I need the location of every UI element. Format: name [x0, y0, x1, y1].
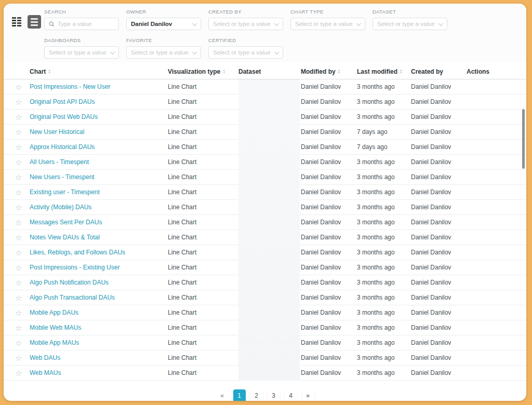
column-header-modified-by[interactable]: Modified by ▲▼: [301, 68, 357, 75]
chart-name-link[interactable]: Messages Sent Per DAUs: [30, 219, 168, 226]
favorite-star-icon[interactable]: ☆: [15, 249, 30, 256]
last-modified-cell: 3 months ago: [357, 98, 411, 105]
favorite-star-icon[interactable]: ☆: [15, 98, 30, 106]
pagination-prev-button[interactable]: «: [216, 389, 229, 401]
filter-favorite-label: FAVORITE: [126, 37, 201, 43]
dataset-select[interactable]: Select or type a value: [373, 18, 447, 30]
favorite-select[interactable]: Select or type a value: [126, 46, 201, 59]
favorite-star-icon[interactable]: ☆: [15, 113, 30, 121]
favorite-star-icon[interactable]: ☆: [15, 143, 30, 151]
chart-name-link[interactable]: Activity (Mobile) DAUs: [30, 204, 168, 211]
visualization-type-cell: Line Chart: [168, 249, 238, 256]
favorite-star-icon[interactable]: ☆: [15, 204, 30, 211]
chart-type-select[interactable]: Select or type a value: [290, 18, 365, 30]
vertical-scrollbar-thumb[interactable]: [522, 109, 525, 169]
favorite-star-icon[interactable]: ☆: [15, 339, 30, 347]
column-header-label: Actions: [467, 68, 489, 75]
owner-select[interactable]: Daniel Danilov: [126, 18, 201, 30]
column-header-last-modified[interactable]: Last modified ▲▼: [357, 68, 411, 75]
chart-name-link[interactable]: Mobile App MAUs: [30, 339, 168, 346]
created-by-cell: Daniel Danilov: [411, 98, 467, 105]
visualization-type-cell: Line Chart: [168, 324, 238, 331]
filter-owner: OWNER Daniel Danilov: [126, 9, 201, 30]
chart-name-link[interactable]: New User Historical: [30, 128, 168, 136]
favorite-star-icon[interactable]: ☆: [15, 173, 30, 181]
card-view-toggle-button[interactable]: [10, 15, 23, 29]
sort-icon: ▲▼: [400, 69, 403, 74]
visualization-type-cell: Line Chart: [168, 143, 238, 151]
favorite-star-icon[interactable]: ☆: [15, 128, 30, 136]
last-modified-cell: 3 months ago: [357, 173, 411, 181]
modified-by-cell: Daniel Danilov: [301, 309, 357, 316]
list-view-toggle-button[interactable]: [28, 15, 41, 29]
favorite-star-icon[interactable]: ☆: [15, 354, 30, 362]
filter-chart-type-label: CHART TYPE: [290, 9, 365, 15]
dashboards-select[interactable]: Select or type a value: [44, 46, 119, 59]
favorite-star-icon[interactable]: ☆: [15, 279, 30, 287]
chevron-down-icon: [356, 21, 362, 26]
created-by-cell: Daniel Danilov: [411, 369, 467, 376]
last-modified-cell: 3 months ago: [357, 158, 411, 166]
modified-by-cell: Daniel Danilov: [301, 249, 357, 256]
favorite-star-icon[interactable]: ☆: [15, 219, 30, 226]
favorite-star-icon[interactable]: ☆: [15, 83, 30, 91]
created-by-select[interactable]: Select or type a value: [208, 18, 283, 30]
pagination-page-button-3[interactable]: 3: [268, 389, 280, 401]
chart-name-link[interactable]: Likes, Reblogs, and Follows DAUs: [30, 249, 168, 256]
modified-by-cell: Daniel Danilov: [301, 143, 357, 151]
chart-name-link[interactable]: Approx Historical DAUs: [30, 143, 168, 151]
chart-name-link[interactable]: Algo Push Notification DAUs: [30, 279, 168, 286]
sort-icon: ▲▼: [48, 69, 51, 74]
pagination-page-button-1[interactable]: 1: [233, 389, 246, 401]
search-input[interactable]: [58, 21, 114, 27]
certified-select[interactable]: Select or type a value: [208, 46, 283, 59]
chart-name-link[interactable]: Existing user - Timespent: [30, 188, 168, 196]
chart-name-link[interactable]: Original Post Web DAUs: [30, 113, 168, 120]
favorite-star-icon[interactable]: ☆: [15, 294, 30, 302]
chart-name-link[interactable]: All Users - Timespent: [30, 158, 168, 166]
visualization-type-cell: Line Chart: [168, 128, 238, 136]
last-modified-cell: 3 months ago: [357, 339, 411, 346]
column-header-chart[interactable]: Chart ▲▼: [30, 68, 168, 75]
visualization-type-cell: Line Chart: [168, 204, 238, 211]
created-by-cell: Daniel Danilov: [411, 188, 467, 196]
table-header-row: Chart ▲▼ Visualization type ▲▼ Dataset M…: [4, 64, 526, 79]
modified-by-cell: Daniel Danilov: [301, 234, 357, 241]
visualization-type-cell: Line Chart: [168, 98, 238, 105]
last-modified-cell: 3 months ago: [357, 369, 411, 376]
favorite-star-icon[interactable]: ☆: [15, 324, 30, 332]
chart-name-link[interactable]: Mobile Web MAUs: [30, 324, 168, 331]
favorite-star-icon[interactable]: ☆: [15, 158, 30, 166]
chart-name-link[interactable]: Mobile App DAUs: [30, 309, 168, 316]
column-header-visualization-type[interactable]: Visualization type ▲▼: [168, 68, 238, 75]
modified-by-cell: Daniel Danilov: [301, 339, 357, 346]
favorite-star-icon[interactable]: ☆: [15, 264, 30, 272]
favorite-star-icon[interactable]: ☆: [15, 369, 30, 377]
pagination-next-button[interactable]: »: [302, 389, 314, 401]
chart-name-link[interactable]: Web MAUs: [30, 369, 168, 376]
charts-table: Chart ▲▼ Visualization type ▲▼ Dataset M…: [4, 64, 526, 381]
filter-search-label: SEARCH: [44, 9, 119, 15]
modified-by-cell: Daniel Danilov: [301, 158, 357, 166]
chart-name-link[interactable]: Algo Push Transactional DAUs: [30, 294, 168, 301]
chart-name-link[interactable]: New Users - Timespent: [30, 173, 168, 181]
visualization-type-cell: Line Chart: [168, 279, 238, 286]
card-view-icon: [12, 17, 21, 26]
modified-by-cell: Daniel Danilov: [301, 188, 357, 196]
chart-name-link[interactable]: Original Post API DAUs: [30, 98, 168, 105]
created-by-cell: Daniel Danilov: [411, 128, 467, 136]
favorite-star-icon[interactable]: ☆: [15, 234, 30, 241]
last-modified-cell: 7 days ago: [357, 143, 411, 151]
chart-name-link[interactable]: Post Impressions - Existing User: [30, 264, 168, 271]
chart-name-link[interactable]: Web DAUs: [30, 354, 168, 361]
visualization-type-cell: Line Chart: [168, 294, 238, 301]
favorite-star-icon[interactable]: ☆: [15, 188, 30, 196]
chart-type-select-placeholder: Select or type a value: [295, 21, 354, 27]
favorite-star-icon[interactable]: ☆: [15, 309, 30, 317]
pagination-page-button-4[interactable]: 4: [285, 389, 297, 401]
chart-name-link[interactable]: Post Impressions - New User: [30, 83, 168, 90]
modified-by-cell: Daniel Danilov: [301, 279, 357, 286]
pagination-page-button-2[interactable]: 2: [250, 389, 263, 401]
search-icon: [49, 21, 55, 27]
chart-name-link[interactable]: Notes View DAUs & Total: [30, 234, 168, 241]
